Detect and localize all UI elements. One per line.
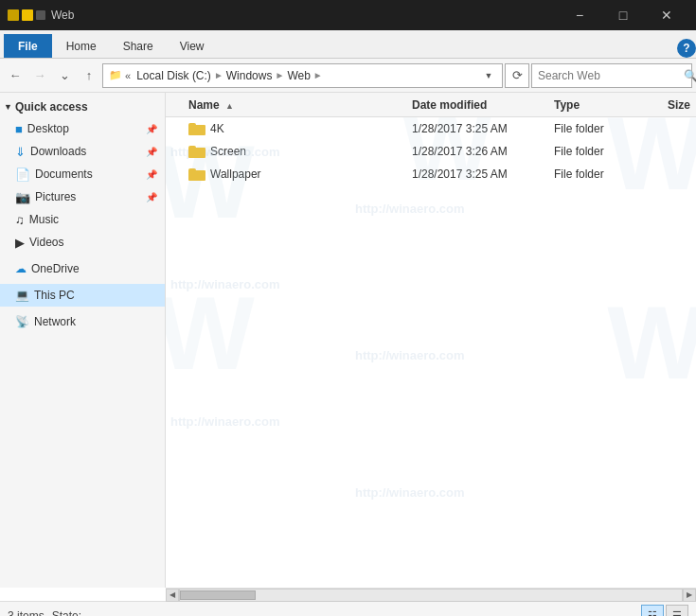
scroll-left-button[interactable]: ◀ (166, 589, 179, 602)
file-area: W W W W W http://winaero.com http://wina… (166, 93, 696, 588)
sep3: ► (313, 70, 323, 80)
path-windows[interactable]: Windows (226, 69, 273, 82)
pin-icon-downloads: 📌 (146, 147, 157, 157)
main-area: ▼ Quick access ■ Desktop 📌 ⇓ Downloads 📌… (0, 93, 696, 588)
maximize-button[interactable]: □ (601, 0, 645, 30)
sidebar-label-pictures: Pictures (35, 190, 76, 203)
sidebar-item-onedrive[interactable]: ☁ OneDrive (0, 257, 165, 280)
file-date-cell: 1/28/2017 3:25 AM (412, 167, 554, 181)
back-button[interactable]: ← (4, 64, 27, 87)
sidebar-item-documents[interactable]: 📄 Documents 📌 (0, 163, 165, 185)
sidebar-label-documents: Documents (35, 167, 93, 181)
collapse-icon: ▼ (4, 102, 12, 112)
search-box[interactable]: 🔍 (531, 63, 692, 88)
sidebar-section-quick-access[interactable]: ▼ Quick access (0, 97, 165, 117)
thispc-icon: 💻 (15, 289, 29, 302)
up-button[interactable]: ↑ (78, 64, 100, 87)
tab-share[interactable]: Share (111, 34, 166, 58)
window-title: Web (51, 9, 74, 22)
sidebar-item-downloads[interactable]: ⇓ Downloads 📌 (0, 140, 165, 163)
music-icon: ♫ (15, 213, 25, 227)
list-icon: ☰ (672, 609, 682, 616)
sidebar-label-videos: Videos (29, 236, 63, 249)
view-list-button[interactable]: ☰ (666, 605, 688, 617)
desktop-icon: ■ (15, 122, 23, 136)
sidebar-label-desktop: Desktop (27, 122, 69, 135)
column-headers: Name ▲ Date modified Type Size (166, 93, 696, 117)
address-path: 📁 « Local Disk (C:) ► Windows ► Web ► (109, 69, 477, 82)
folder-icon (188, 122, 205, 135)
scroll-track[interactable] (179, 589, 683, 602)
address-dropdown-button[interactable]: ▼ (481, 63, 496, 88)
search-icon: 🔍 (684, 69, 696, 82)
scroll-right-button[interactable]: ▶ (683, 589, 696, 602)
file-name-cell: Screen (185, 145, 412, 158)
tab-file[interactable]: File (4, 34, 52, 58)
recent-locations-button[interactable]: ⌄ (53, 64, 76, 87)
window-controls: − □ ✕ (558, 0, 688, 30)
scroll-thumb[interactable] (180, 590, 256, 600)
onedrive-icon: ☁ (15, 262, 27, 275)
col-header-name[interactable]: Name ▲ (185, 98, 412, 112)
network-icon: 📡 (15, 315, 29, 328)
downloads-icon: ⇓ (15, 145, 26, 159)
sidebar: ▼ Quick access ■ Desktop 📌 ⇓ Downloads 📌… (0, 93, 166, 588)
title-bar: Web − □ ✕ (0, 0, 696, 30)
col-header-type[interactable]: Type (554, 98, 668, 112)
sidebar-item-thispc[interactable]: 💻 This PC (0, 284, 165, 307)
sort-arrow-name: ▲ (225, 101, 234, 111)
path-web[interactable]: Web (287, 69, 310, 82)
file-date-cell: 1/28/2017 3:26 AM (412, 145, 554, 158)
folder-icon-small: 📁 (109, 69, 122, 81)
view-tiles-button[interactable]: ☷ (641, 605, 664, 617)
pin-icon-documents: 📌 (146, 169, 157, 180)
refresh-button[interactable]: ⟳ (505, 63, 529, 88)
col-header-size[interactable]: Size (668, 98, 692, 112)
pin-icon-pictures: 📌 (146, 192, 157, 202)
table-row[interactable]: 4K 1/28/2017 3:25 AM File folder (166, 117, 696, 140)
documents-icon: 📄 (15, 167, 30, 182)
sidebar-item-music[interactable]: ♫ Music (0, 208, 165, 231)
sidebar-item-desktop[interactable]: ■ Desktop 📌 (0, 117, 165, 140)
item-count-label: 3 items (8, 609, 45, 617)
file-name-label: Wallpaper (210, 167, 261, 181)
sep2: ► (275, 70, 284, 80)
file-date-cell: 1/28/2017 3:25 AM (412, 122, 554, 135)
pin-icon-desktop: 📌 (146, 124, 157, 134)
help-button[interactable]: ? (677, 39, 696, 58)
horizontal-scrollbar[interactable]: ◀ ▶ (166, 588, 696, 601)
sidebar-label-thispc: This PC (34, 289, 75, 302)
quick-access-label: Quick access (15, 100, 88, 114)
folder-icon (188, 145, 205, 158)
view-toggle-area: ☷ ☰ (641, 605, 688, 617)
forward-button[interactable]: → (28, 64, 51, 87)
file-type-cell: File folder (554, 167, 668, 181)
tab-home[interactable]: Home (54, 34, 109, 58)
path-part-1: « (125, 70, 134, 81)
app-icon (8, 9, 45, 21)
sidebar-label-downloads: Downloads (30, 145, 86, 158)
ribbon-tabs: File Home Share View ? (0, 30, 696, 59)
file-type-cell: File folder (554, 145, 668, 158)
file-name-label: 4K (210, 122, 224, 135)
sidebar-item-network[interactable]: 📡 Network (0, 310, 165, 333)
sidebar-item-pictures[interactable]: 📷 Pictures 📌 (0, 185, 165, 208)
table-row[interactable]: Wallpaper 1/28/2017 3:25 AM File folder (166, 163, 696, 185)
file-name-label: Screen (210, 145, 246, 158)
folder-icon (188, 167, 205, 181)
videos-icon: ▶ (15, 236, 25, 250)
col-header-date[interactable]: Date modified (412, 98, 554, 112)
minimize-button[interactable]: − (558, 0, 601, 30)
address-box[interactable]: 📁 « Local Disk (C:) ► Windows ► Web ► ▼ (102, 63, 503, 88)
file-type-cell: File folder (554, 122, 668, 135)
file-name-cell: 4K (185, 122, 412, 135)
sidebar-item-videos[interactable]: ▶ Videos (0, 231, 165, 254)
search-input[interactable] (538, 69, 680, 82)
tab-view[interactable]: View (168, 34, 217, 58)
table-row[interactable]: Screen 1/28/2017 3:26 AM File folder (166, 140, 696, 163)
close-button[interactable]: ✕ (645, 0, 688, 30)
sidebar-label-music: Music (29, 213, 59, 226)
address-bar: ← → ⌄ ↑ 📁 « Local Disk (C:) ► Windows ► … (0, 59, 696, 93)
path-localdisk[interactable]: Local Disk (C:) (136, 69, 211, 82)
sep1: ► (214, 70, 223, 80)
